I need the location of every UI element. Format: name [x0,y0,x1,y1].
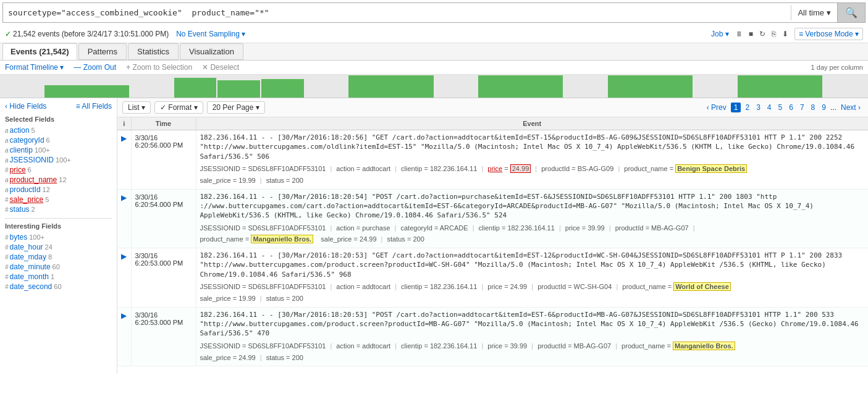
field-item-sale-price[interactable]: # sale_price 5 [5,195,112,204]
ellipsis: ... [830,103,836,112]
list-btn[interactable]: List ▾ [122,101,151,114]
field-name-date-minute: date_minute [10,262,51,271]
field-name-sale-price: sale_price [10,195,44,204]
field-item-product-name[interactable]: a product_name 12 [5,175,112,185]
status-bar: ✓ 21,542 events (before 3/24/17 3:10:51.… [0,25,868,43]
event-fields-4: JSESSIONID = SD6SL8FF10ADFF53101 | actio… [200,340,865,363]
event-fields-3: JSESSIONID = SD6SL8FF10ADFF53101 | actio… [200,281,865,304]
expand-row-4[interactable]: ▶ [121,311,127,320]
search-button[interactable]: 🔍 [837,3,865,22]
next-btn[interactable]: Next › [838,103,863,112]
field-name-productid: productId [10,185,41,194]
field-name-action: action [10,126,30,135]
page-4[interactable]: 4 [765,103,774,112]
field-item-date-minute[interactable]: # date_minute 60 [5,262,112,272]
field-name-categoryid: categoryId [10,136,44,145]
verbose-mode-btn[interactable]: ≡ Verbose Mode ▾ [794,28,863,40]
deselect-btn[interactable]: ✕ Deselect [202,63,239,72]
zoom-selection-btn[interactable]: + Zoom to Selection [126,63,192,72]
event-time-3: 3/30/166:20:53.000 PM [135,252,183,267]
hide-fields-btn[interactable]: ‹ Hide Fields [5,102,46,111]
tab-patterns[interactable]: Patterns [78,43,127,60]
event-count-text: 21,542 events (before 3/24/17 3:10:51.00… [13,30,169,38]
per-column-label: 1 day per column [811,64,863,71]
field-name-jsessionid: JSESSIONID [10,156,54,164]
zoom-out-btn[interactable]: — Zoom Out [74,63,116,72]
per-page-btn[interactable]: 20 Per Page ▾ [207,101,265,114]
time-range-selector[interactable]: All time ▾ [791,5,837,20]
field-item-status[interactable]: # status 2 [5,204,112,214]
field-name-date-hour: date_hour [10,243,43,251]
field-item-date-month[interactable]: # date_month 1 [5,272,112,282]
field-name-date-mday: date_mday [10,253,46,261]
results-area: List ▾ ✓ Format ▾ 20 Per Page ▾ ‹ Prev 1… [117,98,868,374]
page-8[interactable]: 8 [809,103,818,112]
timeline-controls: Format Timeline ▾ — Zoom Out + Zoom to S… [0,61,868,75]
event-text-3: 182.236.164.11 - - [30/Mar/2016:18:20:53… [200,251,865,279]
field-name-date-second: date_second [10,282,53,291]
format-btn[interactable]: ✓ Format ▾ [154,101,203,114]
selected-fields-title: Selected Fields [5,116,112,123]
event-time-4: 3/30/166:20:53.000 PM [135,311,183,326]
tabs-bar: Events (21,542) Patterns Statistics Visu… [0,43,868,61]
expand-row-2[interactable]: ▶ [121,193,127,202]
event-text-2: 182.236.164.11 - - [30/Mar/2016:18:20:54… [200,192,865,220]
expand-row-3[interactable]: ▶ [121,252,127,261]
stop-icon[interactable]: ■ [749,30,753,38]
event-fields-1: JSESSIONID = SD6SL8FF10ADFF53101 | actio… [200,163,865,186]
event-time-2: 3/30/166:20:54.000 PM [135,193,183,208]
tab-visualization[interactable]: Visualization [180,43,243,60]
col-header-i: i [117,117,131,130]
page-6[interactable]: 6 [786,103,796,112]
table-row: ▶ 3/30/166:20:56.000 PM 182.236.164.11 -… [117,130,868,190]
tab-statistics[interactable]: Statistics [128,43,179,60]
search-input[interactable] [3,5,791,20]
page-2[interactable]: 2 [743,103,752,112]
table-row: ▶ 3/30/166:20:53.000 PM 182.236.164.11 -… [117,307,868,366]
field-item-date-second[interactable]: # date_second 60 [5,282,112,292]
field-name-product-name: product_name [10,175,57,184]
field-item-bytes[interactable]: # bytes 100+ [5,232,112,242]
page-3[interactable]: 3 [754,103,763,112]
field-item-date-mday[interactable]: # date_mday 8 [5,252,112,262]
event-fields-2: JSESSIONID = SD6SL8FF10ADFF53101 | actio… [200,222,865,245]
field-name-clientip: clientip [10,146,33,154]
expand-row-1[interactable]: ▶ [121,134,127,143]
pause-icon[interactable]: ⏸ [735,30,743,38]
page-1[interactable]: 1 [731,103,741,112]
event-text-1: 182.236.164.11 - - [30/Mar/2016:18:20:56… [200,133,865,161]
field-item-jsessionid[interactable]: a JSESSIONID 100+ [5,155,112,165]
event-table: i Time Event ▶ 3/30/166 [117,117,868,366]
all-fields-btn[interactable]: ≡ All Fields [76,102,112,111]
table-row: ▶ 3/30/166:20:54.000 PM 182.236.164.11 -… [117,189,868,248]
page-5[interactable]: 5 [776,103,785,112]
field-item-price[interactable]: # price 6 [5,165,112,175]
tab-events[interactable]: Events (21,542) [2,43,77,60]
field-item-categoryid[interactable]: a categoryId 6 [5,135,112,145]
field-item-productid[interactable]: a productId 12 [5,185,112,195]
time-range-caret: ▾ [827,8,831,17]
field-count-action: 5 [32,127,35,134]
page-7[interactable]: 7 [798,103,807,112]
field-name-status: status [10,205,30,214]
sidebar: ‹ Hide Fields ≡ All Fields Selected Fiel… [0,98,117,374]
field-item-date-hour[interactable]: # date_hour 24 [5,242,112,252]
format-timeline-btn[interactable]: Format Timeline ▾ [5,63,64,72]
share-icon[interactable]: ⎘ [772,30,776,38]
pagination: ‹ Prev 1 2 3 4 5 6 7 8 9 ... Next › [704,103,863,112]
col-header-time: Time [131,117,196,130]
field-type-action: a [5,127,9,134]
field-item-clientip[interactable]: a clientip 100+ [5,145,112,155]
prev-btn[interactable]: ‹ Prev [704,103,729,112]
download-icon[interactable]: ⬇ [782,30,788,38]
field-name-date-month: date_month [10,272,49,281]
refresh-icon[interactable]: ↻ [759,30,765,38]
time-range-label: All time [798,8,824,17]
no-sampling-link[interactable]: No Event Sampling ▾ [176,30,245,38]
interesting-fields-title: Interesting Fields [5,222,112,230]
page-9[interactable]: 9 [819,103,828,112]
check-mark: ✓ [5,30,11,38]
job-btn[interactable]: Job ▾ [711,30,729,38]
field-item-action[interactable]: a action 5 [5,125,112,135]
event-text-4: 182.236.164.11 - - [30/Mar/2016:18:20:53… [200,310,865,338]
